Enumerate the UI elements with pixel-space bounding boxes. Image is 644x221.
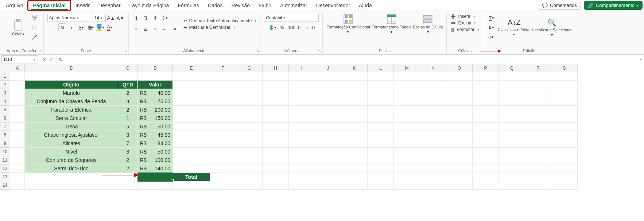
cell-I13[interactable]	[289, 173, 315, 181]
menu-inserir[interactable]: Inserir	[71, 1, 94, 10]
cell-F8[interactable]	[210, 131, 236, 139]
cell-C1[interactable]	[118, 72, 138, 81]
header-B[interactable]: Objeto	[25, 81, 118, 89]
col-header-R[interactable]: R	[525, 64, 551, 72]
paste-button[interactable]: Colar	[7, 19, 29, 36]
cell-E12[interactable]	[173, 164, 210, 173]
cell-H11[interactable]	[263, 156, 289, 164]
font-name-select[interactable]: Aptos Narrow	[47, 14, 91, 22]
cell-D5[interactable]: R$200,00	[138, 106, 173, 114]
cell-M6[interactable]	[394, 114, 420, 123]
cell-R13[interactable]	[525, 173, 551, 181]
col-header-B[interactable]: B	[25, 64, 118, 72]
cell-Q2[interactable]	[499, 81, 525, 89]
cell-M14[interactable]	[394, 181, 420, 190]
indent-dec-button[interactable]: ⇤	[161, 25, 169, 33]
cell-J5[interactable]	[315, 106, 341, 114]
cell-F7[interactable]	[210, 123, 236, 131]
cell-J14[interactable]	[315, 181, 341, 190]
cell-B3[interactable]: Martelo	[25, 89, 118, 97]
cell-N3[interactable]	[420, 89, 446, 97]
col-header-M[interactable]: M	[394, 64, 420, 72]
cell-N9[interactable]	[420, 139, 446, 148]
cell-K5[interactable]	[341, 106, 368, 114]
cell-S9[interactable]	[551, 139, 578, 148]
align-top-button[interactable]: ⬆	[132, 14, 140, 22]
cell-P4[interactable]	[473, 97, 499, 106]
cell-S8[interactable]	[551, 131, 578, 139]
cell-J3[interactable]	[315, 89, 341, 97]
menu-arquivo[interactable]: Arquivo	[1, 1, 27, 10]
cell-M7[interactable]	[394, 123, 420, 131]
cell-F12[interactable]	[210, 164, 236, 173]
cell-N7[interactable]	[420, 123, 446, 131]
cell-M11[interactable]	[394, 156, 420, 164]
cell-R3[interactable]	[525, 89, 551, 97]
cell-M12[interactable]	[394, 164, 420, 173]
cell-M8[interactable]	[394, 131, 420, 139]
cell-K4[interactable]	[341, 97, 368, 106]
cell-styles-button[interactable]: Estilos de Célula	[413, 14, 443, 34]
menu-layout-da-página[interactable]: Layout da Página	[125, 1, 174, 10]
header-C[interactable]: QTD	[118, 81, 138, 89]
cell-K7[interactable]	[341, 123, 368, 131]
cell-O11[interactable]	[446, 156, 473, 164]
cell-I14[interactable]	[289, 181, 315, 190]
cell-L1[interactable]	[368, 72, 394, 81]
cell-I9[interactable]	[289, 139, 315, 148]
cell-D14[interactable]	[138, 181, 173, 190]
cell-J8[interactable]	[315, 131, 341, 139]
cell-E9[interactable]	[173, 139, 210, 148]
autosum-button[interactable]: ∑ ▾	[487, 14, 496, 22]
cell-N4[interactable]	[420, 97, 446, 106]
cell-M10[interactable]	[394, 148, 420, 156]
row-header-14[interactable]: 14	[0, 181, 10, 190]
cell-P3[interactable]	[473, 89, 499, 97]
cell-I10[interactable]	[289, 148, 315, 156]
cell-L2[interactable]	[368, 81, 394, 89]
cell-B6[interactable]: Serra Circular	[25, 114, 118, 123]
cell-J1[interactable]	[315, 72, 341, 81]
col-header-G[interactable]: G	[236, 64, 263, 72]
cell-K14[interactable]	[341, 181, 368, 190]
cell-R9[interactable]	[525, 139, 551, 148]
cell-A3[interactable]	[10, 89, 25, 97]
number-format-select[interactable]: Contábil	[264, 14, 319, 22]
cell-H7[interactable]	[263, 123, 289, 131]
cell-R7[interactable]	[525, 123, 551, 131]
cell-H13[interactable]	[263, 173, 289, 181]
inc-decimal-button[interactable]: .0→	[297, 23, 305, 31]
cell-L9[interactable]	[368, 139, 394, 148]
cell-F3[interactable]	[210, 89, 236, 97]
cell-B14[interactable]	[25, 181, 118, 190]
cell-A9[interactable]	[10, 139, 25, 148]
cell-N1[interactable]	[420, 72, 446, 81]
cell-L5[interactable]	[368, 106, 394, 114]
header-D[interactable]: Valor	[138, 81, 173, 89]
cell-E6[interactable]	[173, 114, 210, 123]
cell-F5[interactable]	[210, 106, 236, 114]
cell-J7[interactable]	[315, 123, 341, 131]
cell-N11[interactable]	[420, 156, 446, 164]
cell-B11[interactable]: Conjunto de Soquetes	[25, 156, 118, 164]
cell-D13[interactable]	[138, 173, 173, 181]
col-header-E[interactable]: E	[173, 64, 210, 72]
cell-F1[interactable]	[210, 72, 236, 81]
clipboard-dialog-launcher[interactable]: ↘	[40, 49, 43, 53]
cell-K13[interactable]	[341, 173, 368, 181]
cell-G11[interactable]	[236, 156, 263, 164]
cell-A2[interactable]	[10, 81, 25, 89]
cell-F11[interactable]	[210, 156, 236, 164]
cell-I7[interactable]	[289, 123, 315, 131]
cell-F13[interactable]	[210, 173, 236, 181]
cut-button[interactable]: ✂️	[31, 14, 39, 22]
number-dialog-launcher[interactable]: ↘	[319, 49, 322, 53]
cell-D4[interactable]: R$75,00	[138, 97, 173, 106]
cell-L10[interactable]	[368, 148, 394, 156]
cell-J11[interactable]	[315, 156, 341, 164]
menu-automatizar[interactable]: Automatizar	[276, 1, 312, 10]
cell-O9[interactable]	[446, 139, 473, 148]
cell-S7[interactable]	[551, 123, 578, 131]
cell-F6[interactable]	[210, 114, 236, 123]
orientation-button[interactable]: ⤹▾	[161, 14, 169, 22]
